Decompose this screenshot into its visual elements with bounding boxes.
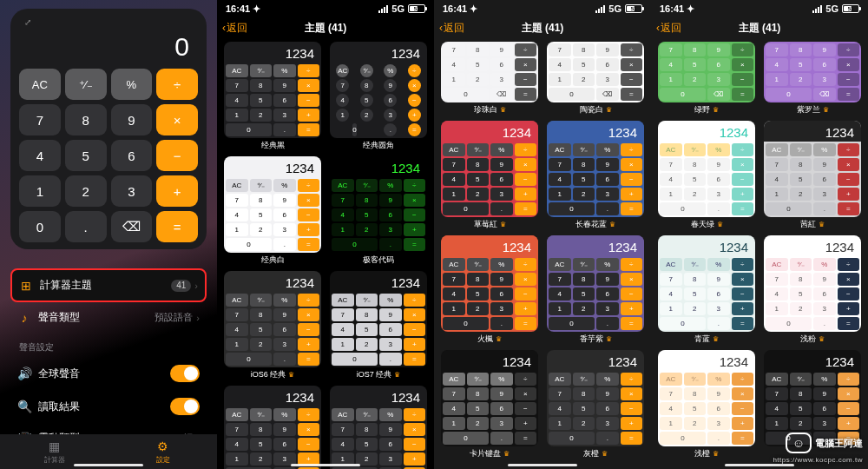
theme-preview[interactable]: 789÷456×123−0⌫= — [441, 42, 538, 102]
key-2[interactable]: 2 — [65, 175, 107, 207]
theme-card[interactable]: 1234AC⁺∕₋%÷789×456−123+0.= 茜紅♛ — [762, 121, 863, 230]
calculator-widget: ⤢ 0 AC⁺∕₋%÷789×456−123+0.⌫= — [10, 9, 207, 249]
theme-card[interactable]: 1234AC⁺∕₋%÷789×456−123+0.= 香芋紫♛ — [545, 235, 646, 345]
home-indicator[interactable] — [291, 464, 360, 466]
key-7[interactable]: 7 — [19, 104, 61, 135]
key-4[interactable]: 4 — [19, 140, 61, 171]
key-.[interactable]: . — [65, 211, 107, 242]
key-0[interactable]: 0 — [19, 211, 61, 242]
theme-preview[interactable]: 1234AC⁺∕₋%÷789×456−123+0.= — [658, 350, 755, 446]
theme-card[interactable]: 1234AC⁺∕₋%÷789×456−123+0.= 浅橙♛ — [656, 350, 757, 459]
theme-preview[interactable]: 1234AC⁺∕₋%÷789×456−123+0.= — [547, 350, 644, 446]
theme-card[interactable]: 1234AC⁺∕₋%÷789×456−123+0.= 卡片键盘♛ — [439, 350, 540, 459]
setting-theme-row[interactable]: ⊞計算器主題 41› — [10, 268, 207, 302]
key-=[interactable]: = — [156, 211, 198, 242]
theme-card[interactable]: 1234AC⁺∕₋%÷789×456−123+0.= 火楓♛ — [439, 235, 540, 345]
theme-card[interactable]: 789÷456×123−0⌫= 陶瓷白♛ — [545, 42, 646, 116]
search-icon: 🔍 — [17, 400, 31, 413]
theme-card[interactable]: 1234AC⁺∕₋%÷789×456−123+0.= 极客代码 — [328, 156, 429, 266]
theme-card[interactable]: 1234AC⁺∕₋%÷789×456−123+0.= — [328, 386, 429, 469]
theme-preview[interactable]: 1234AC⁺∕₋%÷789×456−123+0.= — [441, 121, 538, 217]
theme-card[interactable]: 1234AC⁺∕₋%÷789×456−123+0.= iOS7 经典♛ — [328, 271, 429, 380]
speaker-icon: 🔊 — [17, 367, 31, 380]
theme-preview[interactable]: 1234AC⁺∕₋%÷789×456−123+0.= — [764, 121, 861, 217]
setting-voice-row[interactable]: ♪聲音類型 預設語音› — [10, 302, 207, 333]
theme-preview[interactable]: 1234AC⁺∕₋%÷789×456−123+0.= — [547, 121, 644, 217]
theme-card[interactable]: 1234AC⁺∕₋%÷789×456−123+0.= 春天绿♛ — [656, 121, 757, 230]
theme-preview[interactable]: 1234AC⁺∕₋%÷789×456−123+0.= — [224, 386, 321, 469]
expand-icon[interactable]: ⤢ — [19, 17, 198, 27]
theme-preview[interactable]: 1234AC⁺∕₋%÷789×456−123+0.= — [224, 42, 321, 138]
back-button[interactable]: ‹返回 — [439, 21, 464, 36]
chevron-right-icon: › — [196, 313, 200, 323]
key-9[interactable]: 9 — [111, 104, 153, 135]
toggle-switch[interactable] — [170, 365, 200, 382]
theme-preview[interactable]: 1234AC⁺∕₋%÷789×456−123+0.= — [330, 271, 427, 367]
theme-name: 绿野♛ — [694, 104, 719, 116]
theme-preview[interactable]: 1234AC⁺∕₋%÷789×456−123+0.= — [224, 271, 321, 367]
theme-preview[interactable]: 789÷456×123−0⌫= — [658, 42, 755, 102]
setting-label: 計算器主題 — [40, 278, 92, 293]
nav-header: ‹返回 主題 (41) — [651, 17, 868, 38]
home-indicator[interactable] — [74, 464, 143, 466]
theme-preview[interactable]: 1234AC⁺∕₋%÷789×456−123+0.= — [330, 386, 427, 469]
key-+[interactable]: + — [156, 175, 198, 207]
watermark-text: 電腦王阿達 — [815, 437, 863, 450]
key-AC[interactable]: AC — [19, 69, 61, 100]
back-button[interactable]: ‹返回 — [222, 21, 247, 36]
theme-preview[interactable]: 1234AC⁺∕₋%÷789×456−123+0.= — [330, 156, 427, 253]
back-button[interactable]: ‹返回 — [656, 21, 681, 36]
calculator-icon: ▦ — [49, 439, 60, 453]
theme-preview[interactable]: 1234AC⁺∕₋%÷789×456−123+0.= — [658, 235, 755, 332]
status-time: 16:41 ✦ — [660, 3, 694, 15]
crown-icon: ♛ — [823, 106, 829, 114]
key-÷[interactable]: ÷ — [156, 69, 198, 100]
theme-preview[interactable]: 1234AC⁺∕₋%÷789×456−123+0.= — [658, 121, 755, 217]
key-−[interactable]: − — [156, 140, 198, 171]
theme-preview[interactable]: 1234AC⁺∕₋%÷789×456−123+0.= — [764, 235, 861, 332]
theme-preview[interactable]: 789÷456×123−0⌫= — [547, 42, 644, 102]
theme-card[interactable]: 1234AC⁺∕₋%÷789×456−123+0.= — [222, 386, 323, 469]
theme-name: 经典黑 — [261, 140, 285, 151]
theme-preview[interactable]: 1234AC⁺∕₋%÷789×456−123+0.= — [441, 235, 538, 332]
theme-card[interactable]: 1234AC⁺∕₋%÷789×456−123+0.= 青蓝♛ — [656, 235, 757, 345]
theme-preview[interactable]: 1234AC⁺∕₋%÷789×456−123+0.= — [224, 156, 321, 253]
theme-card[interactable]: 1234AC⁺∕₋%÷789×456−123+0.= 经典黑 — [222, 42, 323, 151]
key-5[interactable]: 5 — [65, 140, 107, 171]
theme-card[interactable]: 1234AC⁺∕₋%÷789×456−123+0.= 长春花蓝♛ — [545, 121, 646, 230]
key-1[interactable]: 1 — [19, 175, 61, 207]
key-6[interactable]: 6 — [111, 140, 153, 171]
theme-card[interactable]: 1234AC⁺∕₋%÷789×456−123+0.= 经典圆角 — [328, 42, 429, 151]
theme-card[interactable]: 789÷456×123−0⌫= 绿野♛ — [656, 42, 757, 116]
theme-card[interactable]: 1234AC⁺∕₋%÷789×456−123+0.= 草莓紅♛ — [439, 121, 540, 230]
theme-preview[interactable]: 1234AC⁺∕₋%÷789×456−123+0.= — [441, 350, 538, 446]
signal-icon — [812, 5, 822, 13]
theme-card[interactable]: 1234AC⁺∕₋%÷789×456−123+0.= 灰橙♛ — [545, 350, 646, 459]
theme-card[interactable]: 1234AC⁺∕₋%÷789×456−123+0.= 浅粉♛ — [762, 235, 863, 345]
theme-card[interactable]: 1234AC⁺∕₋%÷789×456−123+0.= 经典白 — [222, 156, 323, 266]
crown-icon: ♛ — [602, 450, 608, 458]
home-indicator[interactable] — [508, 464, 577, 466]
theme-name: 浅橙♛ — [694, 448, 719, 459]
chevron-right-icon: › — [194, 281, 198, 291]
theme-card[interactable]: 789÷456×123−0⌫= 珍珠白♛ — [439, 42, 540, 116]
page-title: 主題 (41) — [522, 21, 564, 36]
key-3[interactable]: 3 — [111, 175, 153, 207]
key-⁺∕₋[interactable]: ⁺∕₋ — [65, 69, 107, 100]
key-8[interactable]: 8 — [65, 104, 107, 135]
theme-preview[interactable]: 789÷456×123−0⌫= — [764, 42, 861, 102]
theme-grid: 789÷456×123−0⌫= 珍珠白♛ 789÷456×123−0⌫= 陶瓷白… — [434, 38, 651, 469]
key-⌫[interactable]: ⌫ — [111, 211, 153, 242]
theme-preview[interactable]: 1234AC⁺∕₋%÷789×456−123+0.= — [547, 235, 644, 332]
status-time: 16:41 ✦ — [443, 3, 477, 15]
theme-card[interactable]: 1234AC⁺∕₋%÷789×456−123+0.= iOS6 经典♛ — [222, 271, 323, 380]
home-indicator[interactable] — [725, 464, 794, 466]
key-×[interactable]: × — [156, 104, 198, 135]
theme-card[interactable]: 789÷456×123−0⌫= 紫罗兰♛ — [762, 42, 863, 116]
theme-count-badge: 41 — [171, 280, 191, 292]
toggle-switch[interactable] — [170, 398, 200, 415]
theme-preview[interactable]: 1234AC⁺∕₋%÷789×456−123+0.= — [330, 42, 427, 138]
crown-icon: ♛ — [500, 106, 506, 114]
key-%[interactable]: % — [111, 69, 153, 100]
crown-icon: ♛ — [500, 221, 506, 228]
